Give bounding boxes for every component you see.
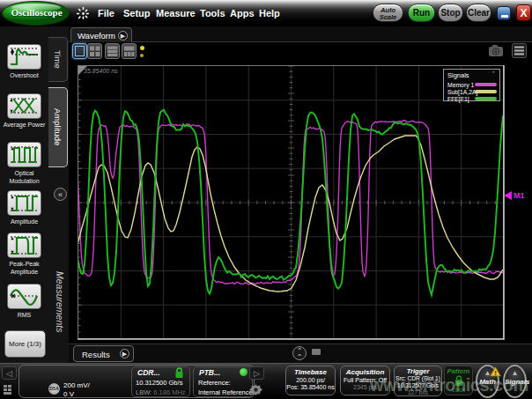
svg-text:35.85400 ns: 35.85400 ns bbox=[84, 68, 118, 74]
